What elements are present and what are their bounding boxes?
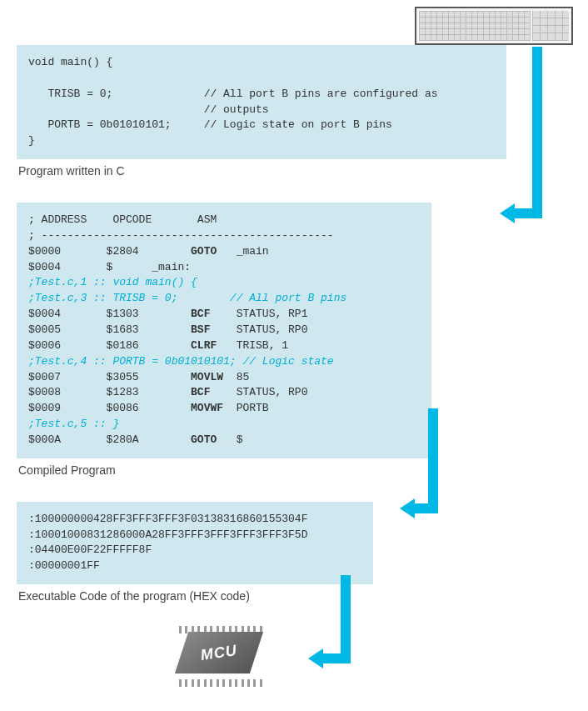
stage-hex: :100000000428FF3FFF3FFF3F031383168601553… xyxy=(17,502,571,603)
asm-listing: ; ADDRESS OPCODE ASM ; -----------------… xyxy=(17,203,431,458)
hex-code: :100000000428FF3FFF3FFF3F031383168601553… xyxy=(17,502,373,584)
mcu-label: MCU xyxy=(200,642,238,664)
svg-marker-2 xyxy=(308,648,323,668)
c-source-code: void main() { TRISB = 0; // All port B p… xyxy=(17,45,506,159)
hex-caption: Executable Code of the program (HEX code… xyxy=(18,589,571,603)
keyboard-icon xyxy=(415,7,573,45)
compiled-caption: Compiled Program xyxy=(18,463,571,477)
stage-c-source: void main() { TRISB = 0; // All port B p… xyxy=(17,45,571,178)
c-source-caption: Program written in C xyxy=(18,164,571,178)
stage-compiled: ; ADDRESS OPCODE ASM ; -----------------… xyxy=(17,203,571,477)
mcu-chip-icon: MCU xyxy=(175,628,267,686)
